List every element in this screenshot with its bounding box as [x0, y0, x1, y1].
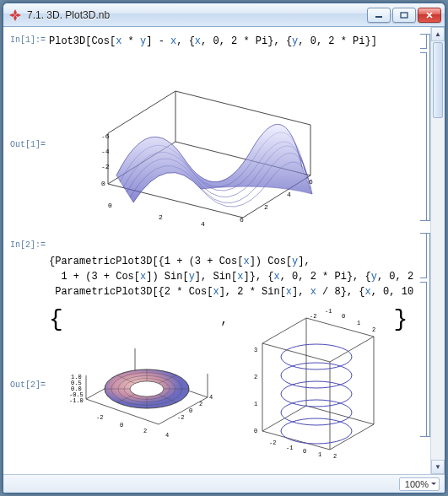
vertical-scrollbar[interactable]: ▲ ▼	[430, 27, 445, 474]
close-button[interactable]	[418, 8, 441, 23]
svg-text:2: 2	[333, 453, 337, 458]
svg-marker-54	[262, 406, 374, 450]
svg-text:2: 2	[372, 326, 375, 333]
svg-text:4: 4	[201, 220, 205, 226]
svg-text:2: 2	[143, 428, 147, 434]
svg-text:2: 2	[264, 203, 268, 211]
parametric-helix[interactable]: 0123 -2-1012 -2-1012	[230, 306, 391, 461]
input-cell-2[interactable]: In[2]:= {ParametricPlot3D[{1 + (3 + Cos[…	[8, 239, 413, 299]
svg-rect-5	[401, 13, 408, 18]
svg-text:2: 2	[254, 374, 257, 380]
plot3d-output-2[interactable]: {	[49, 303, 408, 467]
svg-text:6: 6	[240, 216, 244, 224]
svg-text:-1.0: -1.0	[69, 397, 84, 404]
svg-text:1: 1	[254, 401, 257, 407]
svg-text:-1: -1	[286, 445, 293, 451]
svg-text:-6: -6	[101, 132, 110, 140]
svg-text:0: 0	[108, 202, 112, 209]
svg-point-60	[281, 400, 352, 425]
titlebar[interactable]: 7.1. 3D. Plot3D.nb	[3, 3, 445, 27]
svg-line-10	[108, 91, 175, 133]
svg-text:3: 3	[254, 347, 257, 353]
svg-marker-0	[13, 9, 17, 15]
svg-text:0: 0	[120, 422, 123, 429]
svg-text:4: 4	[209, 394, 213, 401]
in-label: In[1]:=	[8, 34, 46, 45]
svg-text:0: 0	[101, 180, 105, 187]
scroll-up-button[interactable]: ▲	[431, 27, 445, 41]
svg-point-59	[281, 418, 352, 444]
svg-text:-4: -4	[101, 148, 110, 155]
app-window: 7.1. 3D. Plot3D.nb In[1]:= Plot3D[Cos[x …	[3, 3, 445, 493]
in-label: In[2]:=	[8, 239, 46, 250]
zoom-dropdown[interactable]: 100%	[399, 477, 440, 491]
out-label: Out[1]=	[8, 140, 46, 149]
code-line[interactable]: Plot3D[Cos[x * y] - x, {x, 0, 2 * Pi}, {…	[49, 34, 377, 49]
svg-text:-2: -2	[269, 439, 276, 446]
cells-column: In[1]:= Plot3D[Cos[x * y] - x, {x, 0, 2 …	[3, 27, 415, 474]
svg-marker-3	[9, 13, 15, 17]
code-block[interactable]: {ParametricPlot3D[{1 + (3 + Cos[x]) Cos[…	[49, 239, 415, 299]
svg-marker-2	[13, 15, 17, 21]
svg-text:-2: -2	[177, 414, 184, 421]
notebook-area: In[1]:= Plot3D[Cos[x * y] - x, {x, 0, 2 …	[3, 27, 445, 474]
cell-bracket[interactable]	[420, 233, 427, 278]
window-title: 7.1. 3D. Plot3D.nb	[27, 9, 362, 21]
svg-text:0: 0	[342, 313, 345, 320]
svg-rect-4	[375, 16, 382, 18]
cell-bracket[interactable]	[420, 282, 427, 437]
cell-bracket[interactable]	[420, 52, 427, 221]
client-area: In[1]:= Plot3D[Cos[x * y] - x, {x, 0, 2 …	[3, 27, 445, 493]
input-cell-1[interactable]: In[1]:= Plot3D[Cos[x * y] - x, {x, 0, 2 …	[8, 34, 413, 49]
svg-text:0: 0	[303, 448, 306, 455]
minimize-button[interactable]	[367, 8, 391, 23]
svg-text:-1: -1	[325, 308, 332, 315]
cell-bracket[interactable]	[420, 34, 427, 49]
svg-text:4: 4	[287, 191, 291, 198]
svg-text:-2: -2	[101, 163, 110, 170]
maximize-button[interactable]	[392, 8, 416, 23]
window-controls	[367, 8, 441, 23]
statusbar: 100%	[3, 474, 445, 493]
svg-text:6: 6	[309, 178, 313, 186]
parametric-torus[interactable]: 1.00.50.0-0.5-1.0 -2024 -2024	[66, 306, 218, 444]
cell-bracket-rail[interactable]	[415, 27, 430, 474]
scroll-thumb[interactable]	[433, 42, 443, 118]
plot3d-output-1[interactable]: 0 024 -2-4-6 246 6	[49, 54, 336, 235]
svg-text:0: 0	[254, 428, 257, 434]
scroll-down-button[interactable]: ▼	[431, 460, 445, 474]
svg-point-63	[281, 344, 352, 369]
svg-marker-1	[15, 13, 21, 17]
svg-text:-2: -2	[310, 313, 316, 320]
svg-point-62	[281, 363, 352, 388]
zoom-value: 100%	[405, 479, 429, 489]
output-cell-1[interactable]: Out[1]=	[8, 54, 413, 235]
svg-point-61	[281, 381, 352, 407]
svg-text:1: 1	[357, 320, 360, 326]
svg-text:1: 1	[318, 451, 321, 458]
svg-line-11	[175, 91, 310, 125]
output-cell-2[interactable]: Out[2]= {	[8, 303, 413, 467]
svg-text:2: 2	[159, 213, 163, 221]
svg-text:0: 0	[189, 407, 192, 414]
svg-text:4: 4	[165, 432, 169, 439]
out-label: Out[2]=	[8, 380, 46, 390]
mathematica-icon	[8, 8, 22, 22]
svg-text:2: 2	[199, 401, 202, 407]
svg-text:-2: -2	[96, 414, 103, 421]
